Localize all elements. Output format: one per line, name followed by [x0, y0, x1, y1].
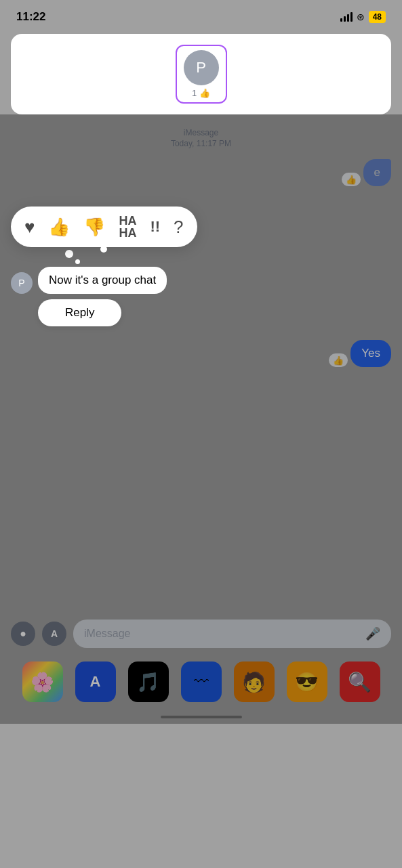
picker-tail-small: [75, 259, 80, 264]
apps-icon: A: [51, 628, 58, 639]
photos-icon: 🌸: [31, 671, 54, 693]
received-message-text: Now it's a group chat: [49, 274, 156, 286]
message-input[interactable]: iMessage 🎤: [73, 620, 391, 648]
contact-header: P 1 👍: [11, 34, 391, 114]
shazam-app[interactable]: 〰: [181, 661, 222, 702]
appstore-button[interactable]: A: [42, 622, 66, 646]
input-area: ● A iMessage 🎤: [0, 611, 402, 656]
memoji-app[interactable]: 🧑: [234, 661, 275, 702]
appstore-app[interactable]: A: [75, 661, 116, 702]
received-message-row: P Now it's a group chat: [11, 267, 391, 294]
contact-reaction: 1 👍: [192, 88, 210, 98]
avatar-icon: 😎: [295, 671, 319, 693]
status-icons: ⊛ 48: [340, 11, 386, 23]
avatar: P: [184, 50, 219, 85]
reaction-thumbsdown[interactable]: 👎: [83, 217, 105, 238]
camera-icon: ●: [20, 628, 26, 640]
signal-icon: [340, 12, 353, 22]
camera-button[interactable]: ●: [11, 622, 35, 646]
reaction-picker: ♥ 👍 👎 HAHA !! ?: [11, 207, 197, 247]
input-placeholder: iMessage: [84, 628, 130, 640]
sent-message-row-yes: 👍 Yes: [11, 340, 391, 367]
sent-bubble-top: e: [363, 159, 391, 186]
sender-avatar: P: [11, 272, 33, 294]
sent-message-text: Yes: [361, 347, 380, 360]
memoji-icon: 🧑: [242, 671, 266, 693]
status-bar: 11:22 ⊛ 48: [0, 0, 402, 34]
status-time: 11:22: [16, 10, 45, 24]
reaction-count: 1: [192, 88, 197, 98]
sent-bubble-yes: Yes: [350, 340, 391, 367]
wifi-icon: ⊛: [357, 12, 365, 22]
reply-button[interactable]: Reply: [38, 299, 121, 326]
activity-app[interactable]: 🎵: [128, 661, 169, 702]
received-bubble: Now it's a group chat: [38, 267, 167, 294]
reaction-haha[interactable]: HAHA: [119, 215, 136, 239]
photos-app[interactable]: 🌸: [22, 661, 63, 702]
reaction-heart[interactable]: ♥: [24, 217, 35, 238]
activity-icon: 🎵: [136, 671, 160, 693]
reaction-exclaim[interactable]: !!: [150, 218, 160, 236]
home-indicator: [161, 716, 242, 718]
app-dock: 🌸 A 🎵 〰 🧑 😎 🔍: [0, 653, 402, 710]
chat-date: Today, 11:17 PM: [11, 139, 391, 148]
mic-icon[interactable]: 🎤: [365, 626, 380, 641]
platform-label: iMessage: [11, 128, 391, 137]
thumbs-up-icon: 👍: [199, 88, 210, 98]
picker-tail-large: [65, 250, 73, 258]
loupe-app[interactable]: 🔍: [340, 661, 380, 702]
chat-container: iMessage Today, 11:17 PM 👍 e ♥ 👍 👎 HAHA …: [0, 114, 402, 724]
yes-reaction-badge: 👍: [329, 353, 348, 367]
shazam-icon: 〰: [194, 673, 209, 691]
reaction-picker-container: ♥ 👍 👎 HAHA !! ? P Now it's a group chat …: [11, 207, 391, 326]
reaction-question[interactable]: ?: [174, 217, 183, 238]
loupe-icon: 🔍: [348, 671, 371, 693]
sent-reaction-badge: 👍: [342, 173, 361, 186]
reaction-thumbsup[interactable]: 👍: [48, 217, 70, 238]
sent-message-row-top: 👍 e: [11, 159, 391, 186]
contact-avatar-wrapper[interactable]: P 1 👍: [176, 45, 227, 104]
messages-area: iMessage Today, 11:17 PM 👍 e ♥ 👍 👎 HAHA …: [0, 120, 402, 381]
avatar-app[interactable]: 😎: [287, 661, 327, 702]
appstore-icon: A: [90, 673, 101, 691]
battery-indicator: 48: [369, 11, 386, 23]
